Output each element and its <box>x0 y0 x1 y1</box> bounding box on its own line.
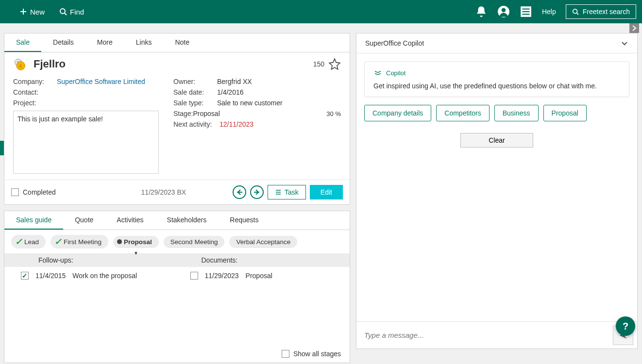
prev-button[interactable] <box>233 185 246 199</box>
contact-label: Contact: <box>13 88 57 96</box>
project-label: Project: <box>13 99 57 107</box>
sale-note[interactable]: This is just an example sale! <box>13 111 159 174</box>
suggestion-company-details[interactable]: Company details <box>364 105 431 121</box>
documents-header: Documents: <box>187 253 350 267</box>
followups-header: Follow-ups: <box>4 253 187 267</box>
owner-value: Bergfrid XX <box>217 78 252 85</box>
edit-button[interactable]: Edit <box>310 185 343 199</box>
followup-row[interactable]: 11/4/2015 Work on the proposal <box>4 272 181 280</box>
nextactivity-value[interactable]: 12/11/2023 <box>220 120 253 128</box>
tab-sales-guide[interactable]: Sales guide <box>4 211 63 230</box>
svg-rect-4 <box>522 9 529 10</box>
completed-checkbox[interactable] <box>11 188 19 196</box>
document-text: Proposal <box>246 272 272 280</box>
task-button[interactable]: Task <box>268 185 306 199</box>
chevron-down-icon[interactable] <box>621 39 628 47</box>
bell-icon[interactable] <box>475 5 488 18</box>
followup-checkbox[interactable] <box>21 272 29 280</box>
favorite-star-icon[interactable] <box>328 58 341 70</box>
svg-point-2 <box>502 8 506 12</box>
nextactivity-label: Next activity: <box>173 120 220 128</box>
saledate-label: Sale date: <box>173 88 217 96</box>
followup-text: Work on the proposal <box>72 272 137 280</box>
stage-value: Proposal <box>193 110 220 117</box>
suggestion-business[interactable]: Business <box>494 105 539 121</box>
copilot-intro-text: Get inspired using AI, use the predefine… <box>373 82 620 90</box>
sale-title: Fjellro <box>34 58 66 70</box>
user-icon[interactable] <box>497 5 510 18</box>
company-label: Company: <box>13 78 57 85</box>
next-button[interactable] <box>250 185 264 199</box>
completed-label: Completed <box>23 188 56 196</box>
saledate-value: 1/4/2016 <box>217 88 244 96</box>
saletype-value: Sale to new customer <box>217 99 283 107</box>
stage-percent: 30 % <box>326 110 341 117</box>
sidepanel-toggle[interactable] <box>629 23 639 33</box>
svg-rect-6 <box>522 14 529 15</box>
check-icon: ✓ <box>54 237 62 246</box>
suggestion-competitors[interactable]: Competitors <box>436 105 489 121</box>
tab-activities[interactable]: Activities <box>105 211 155 230</box>
tab-more[interactable]: More <box>85 33 124 52</box>
help-fab-button[interactable]: ? <box>616 316 635 336</box>
copilot-title: SuperOffice Copilot <box>365 39 424 47</box>
top-bar: New Find Help Freetext search <box>0 0 642 23</box>
sale-meta: 11/29/2023 BX <box>141 188 186 196</box>
current-stage-dot-icon <box>117 239 122 244</box>
show-all-label: Show all stages <box>293 350 341 358</box>
menu-icon[interactable] <box>520 5 532 18</box>
tab-note[interactable]: Note <box>163 33 201 52</box>
stage-row: ✓Lead ✓First Meeting Proposal▼ Second Me… <box>4 230 350 253</box>
document-row[interactable]: 11/29/2023 Proposal <box>181 272 350 280</box>
copilot-intro-card: Copilot Get inspired using AI, use the p… <box>364 61 629 97</box>
stage-second-meeting[interactable]: Second Meeting <box>164 236 225 248</box>
svg-text:€: € <box>19 63 22 68</box>
copilot-logo-icon <box>373 68 382 77</box>
new-button[interactable]: New <box>19 8 45 16</box>
company-link[interactable]: SuperOffice Software Limited <box>57 78 145 85</box>
document-date: 11/29/2023 <box>205 272 239 280</box>
chevron-down-icon[interactable]: ▼ <box>134 250 138 256</box>
followup-date: 11/4/2015 <box>35 272 66 280</box>
tab-requests[interactable]: Requests <box>218 211 270 230</box>
sale-score: 150 <box>313 60 324 68</box>
clear-button[interactable]: Clear <box>460 133 533 148</box>
saletype-label: Sale type: <box>173 99 217 107</box>
svg-rect-5 <box>522 11 529 12</box>
document-checkbox[interactable] <box>190 272 198 280</box>
show-all-checkbox[interactable] <box>282 350 289 358</box>
tab-details[interactable]: Details <box>41 33 85 52</box>
owner-label: Owner: <box>173 78 217 85</box>
sales-guide-card: Sales guide Quote Activities Stakeholder… <box>4 211 350 363</box>
stage-label: Stage: <box>173 110 193 117</box>
help-link[interactable]: Help <box>542 8 556 16</box>
sale-coin-icon: $ € <box>13 57 27 71</box>
tab-sale[interactable]: Sale <box>4 33 41 52</box>
freetext-search[interactable]: Freetext search <box>566 4 636 19</box>
svg-point-7 <box>573 9 577 14</box>
sale-tab-row: Sale Details More Links Note <box>4 33 350 52</box>
copilot-message-input[interactable] <box>364 331 613 339</box>
find-button[interactable]: Find <box>59 8 84 16</box>
check-icon: ✓ <box>15 237 22 246</box>
copilot-panel: SuperOffice Copilot Copilot Get inspired… <box>356 33 638 349</box>
svg-point-0 <box>60 9 65 14</box>
tab-stakeholders[interactable]: Stakeholders <box>155 211 219 230</box>
sale-card: Sale Details More Links Note $ € Fjell <box>4 33 350 205</box>
tab-links[interactable]: Links <box>124 33 164 52</box>
suggestion-proposal[interactable]: Proposal <box>543 105 587 121</box>
stage-proposal[interactable]: Proposal▼ <box>113 236 159 248</box>
stage-lead[interactable]: ✓Lead <box>11 235 46 248</box>
stage-first-meeting[interactable]: ✓First Meeting <box>51 235 108 248</box>
stage-verbal[interactable]: Verbal Acceptance <box>229 236 297 248</box>
tab-quote[interactable]: Quote <box>63 211 105 230</box>
